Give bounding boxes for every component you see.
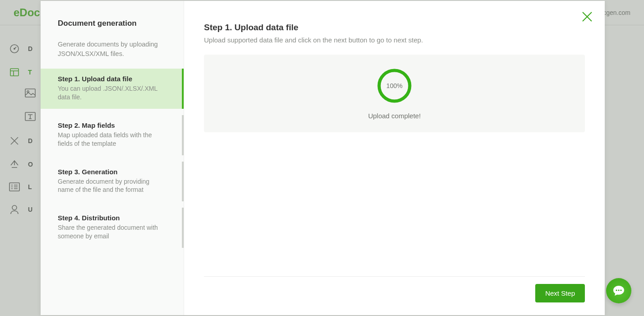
upload-status-message: Upload complete! (368, 112, 421, 120)
close-icon (581, 11, 593, 23)
svg-point-12 (620, 289, 621, 291)
close-button[interactable] (581, 11, 593, 24)
step-title: Step 3. Generation (58, 168, 165, 176)
step-map-fields[interactable]: Step 2. Map fields Map uploaded data fie… (41, 115, 184, 155)
step-main-desc: Upload supported data file and click on … (204, 36, 585, 44)
step-desc: Map uploaded data fields with the fields… (58, 131, 165, 148)
step-title: Step 4. Distribution (58, 214, 165, 222)
step-main-title: Step 1. Upload data file (204, 23, 585, 33)
step-desc: Share the generated document with someon… (58, 223, 165, 241)
step-upload-data-file[interactable]: Step 1. Upload data file You can upload … (41, 69, 184, 109)
upload-progress-percent: 100% (376, 68, 412, 104)
step-desc: Generate document by providing name of t… (58, 177, 165, 195)
chat-icon (612, 284, 625, 297)
step-generation[interactable]: Step 3. Generation Generate document by … (41, 162, 184, 202)
step-title: Step 2. Map fields (58, 121, 165, 129)
modal-steps-sidebar: Document generation Generate documents b… (41, 1, 184, 315)
modal-footer: Next Step (204, 276, 585, 315)
chat-fab-button[interactable] (606, 278, 631, 303)
svg-point-10 (616, 289, 617, 291)
step-distribution[interactable]: Step 4. Distribution Share the generated… (41, 208, 184, 248)
step-desc: You can upload .JSON/.XLSX/.XML data fil… (58, 84, 165, 102)
modal-main-content: Step 1. Upload data file Upload supporte… (184, 1, 605, 315)
document-generation-modal: Document generation Generate documents b… (41, 1, 605, 315)
next-step-button[interactable]: Next Step (535, 284, 585, 302)
modal-description: Generate documents by uploading JSON/XLS… (58, 40, 167, 59)
step-title: Step 1. Upload data file (58, 75, 165, 83)
modal-title: Document generation (58, 19, 167, 28)
svg-point-11 (618, 289, 619, 291)
upload-progress-ring: 100% (376, 68, 412, 104)
upload-panel: 100% Upload complete! (204, 55, 585, 132)
